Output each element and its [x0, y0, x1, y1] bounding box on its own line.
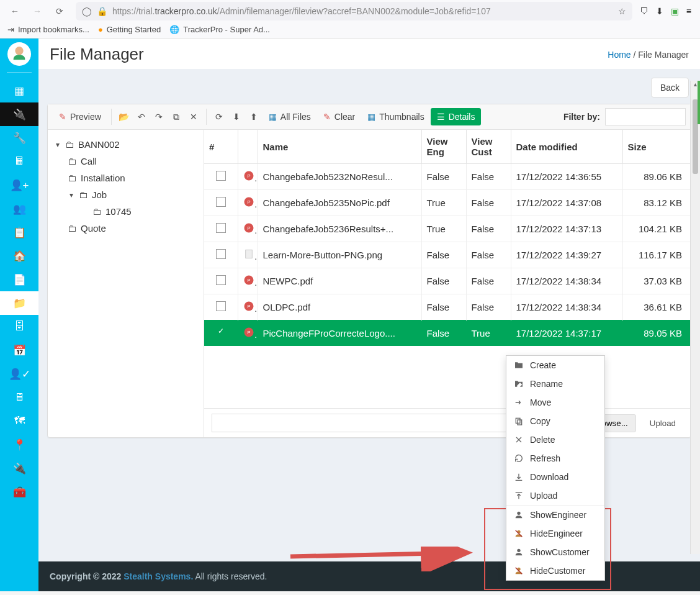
ctx-hideengineer[interactable]: HideEngineer — [506, 524, 604, 543]
nav-map-icon[interactable]: 🗺 — [0, 409, 38, 433]
file-name[interactable]: PicChangeFProCorrecteLogo.... — [258, 320, 421, 347]
refresh-icon[interactable]: ⟳ — [210, 108, 228, 125]
vertical-scrollbar[interactable]: ▴ — [690, 81, 700, 554]
table-row[interactable]: Learn-More-Button-PNG.pngFalseFalse17/12… — [204, 242, 691, 268]
upload-icon[interactable]: ⬆ — [245, 108, 262, 125]
extension-icon[interactable]: ▣ — [671, 6, 679, 16]
nav-clipboard-icon[interactable]: 📋 — [0, 220, 38, 244]
col-viewcust[interactable]: View Cust — [466, 130, 511, 164]
bookmark-trackerpro[interactable]: 🌐TrackerPro - Super Ad... — [169, 25, 270, 34]
nav-reload-icon[interactable]: ⟳ — [51, 2, 68, 20]
tree-call[interactable]: 🗀Call — [52, 153, 200, 170]
col-checkbox[interactable]: # — [204, 130, 238, 164]
new-folder-icon[interactable]: 📂 — [115, 108, 133, 125]
ctx-copy[interactable]: Copy — [506, 412, 604, 430]
row-checkbox[interactable] — [216, 301, 226, 311]
tree-quote[interactable]: 🗀Quote — [52, 220, 200, 237]
tree-job[interactable]: ▾🗀Job — [52, 186, 200, 203]
view-eng-cell: False — [421, 320, 466, 347]
footer-company-link[interactable]: Stealth Systems. — [123, 571, 193, 581]
star-icon[interactable]: ☆ — [618, 6, 626, 16]
delete-icon[interactable]: ✕ — [185, 108, 202, 125]
file-name[interactable]: OLDPC.pdf — [258, 294, 421, 320]
nav-server-icon[interactable]: 🗄 — [0, 315, 38, 338]
nav-folder-icon[interactable]: 📁 — [0, 291, 38, 315]
ctx-move[interactable]: Move — [506, 393, 604, 412]
view-eng-cell: False — [421, 242, 466, 268]
table-row[interactable]: PPicChangeFProCorrecteLogo....FalseTrue1… — [204, 320, 691, 347]
download-icon[interactable]: ⬇ — [656, 6, 663, 16]
nav-plug2-icon[interactable]: 🔌 — [0, 456, 38, 480]
ctx-create[interactable]: Create — [506, 356, 604, 375]
ctx-refresh[interactable]: Refresh — [506, 449, 604, 468]
table-row[interactable]: PChangebafeJob5236Results+...TrueFalse17… — [204, 216, 691, 242]
file-name[interactable]: ChangebafeJob5236Results+... — [258, 216, 421, 242]
row-checkbox[interactable] — [216, 327, 226, 337]
table-row[interactable]: PChangebafeJob5232NoResul...FalseFalse17… — [204, 164, 691, 190]
redo-icon[interactable]: ↷ — [150, 108, 168, 125]
upload-button[interactable]: Upload — [642, 415, 683, 432]
avatar[interactable] — [7, 42, 31, 66]
col-name[interactable]: Name — [258, 130, 421, 164]
ctx-hidecustomer[interactable]: HideCustomer — [506, 561, 604, 580]
nav-home-icon[interactable]: 🏠 — [0, 244, 38, 268]
menu-icon[interactable]: ≡ — [686, 6, 691, 16]
table-row[interactable]: PNEWPC.pdfFalseFalse17/12/2022 14:38:343… — [204, 268, 691, 294]
col-vieweng[interactable]: View Eng — [421, 130, 466, 164]
view-eng-cell: False — [421, 268, 466, 294]
table-row[interactable]: PChangebafeJob5235NoPic.pdfTrueFalse17/1… — [204, 190, 691, 216]
nav-monitor-icon[interactable]: 🖥 — [0, 386, 38, 409]
file-name[interactable]: ChangebafeJob5235NoPic.pdf — [258, 190, 421, 216]
row-checkbox[interactable] — [216, 171, 226, 181]
tree-jobnum[interactable]: 🗀10745 — [52, 203, 200, 220]
allfiles-button[interactable]: ▦All Files — [262, 108, 317, 125]
col-size[interactable]: Size — [622, 130, 691, 164]
nav-wrench-icon[interactable]: 🔧 — [0, 126, 38, 150]
file-name[interactable]: NEWPC.pdf — [258, 268, 421, 294]
nav-dashboard-icon[interactable]: ▦ — [0, 79, 38, 102]
bookmark-import[interactable]: ⇥Import bookmarks... — [7, 25, 89, 34]
clear-button[interactable]: ✎Clear — [317, 108, 361, 125]
breadcrumb-home[interactable]: Home — [608, 50, 630, 60]
row-checkbox[interactable] — [216, 223, 226, 233]
file-name[interactable]: Learn-More-Button-PNG.png — [258, 242, 421, 268]
back-button[interactable]: Back — [651, 78, 689, 98]
row-checkbox[interactable] — [216, 197, 226, 207]
download-icon[interactable]: ⬇ — [228, 108, 245, 125]
row-checkbox[interactable] — [216, 249, 226, 259]
nav-usercheck-icon[interactable]: 👤✓ — [0, 362, 38, 386]
copy-icon[interactable]: ⧉ — [168, 108, 185, 125]
ctx-upload[interactable]: Upload — [506, 486, 604, 505]
nav-user-add-icon[interactable]: 👤+ — [0, 173, 38, 197]
ctx-showcustomer[interactable]: ShowCustomer — [506, 543, 604, 561]
col-date[interactable]: Date modified — [511, 130, 622, 164]
tree-root[interactable]: ▾🗀BANN002 — [52, 136, 200, 153]
date-cell: 17/12/2022 14:38:34 — [511, 268, 622, 294]
filter-input[interactable] — [605, 108, 686, 125]
thumbnails-button[interactable]: ▦Thumbnails — [361, 108, 430, 125]
nav-calendar-icon[interactable]: 📅 — [0, 338, 38, 362]
details-button[interactable]: ☰Details — [431, 108, 482, 125]
file-name[interactable]: ChangebafeJob5232NoResul... — [258, 164, 421, 190]
undo-icon[interactable]: ↶ — [133, 108, 150, 125]
nav-marker-icon[interactable]: 📍 — [0, 433, 38, 456]
nav-toolbox-icon[interactable]: 🧰 — [0, 480, 38, 504]
nav-plug-icon[interactable]: 🔌 — [0, 102, 38, 126]
url-bar[interactable]: ◯ 🔒 https://trial.trackerpro.co.uk/Admin… — [76, 2, 632, 20]
ctx-rename[interactable]: Rename — [506, 375, 604, 393]
pocket-icon[interactable]: ⛉ — [640, 6, 648, 16]
nav-users-icon[interactable]: 👥 — [0, 197, 38, 220]
nav-file-icon[interactable]: 📄 — [0, 268, 38, 291]
view-cust-cell: False — [466, 190, 511, 216]
svg-line-22 — [290, 553, 464, 556]
nav-calculator-icon[interactable]: 🖩 — [0, 150, 38, 173]
ctx-showengineer[interactable]: ShowEngineer — [506, 506, 604, 524]
ctx-download[interactable]: Download — [506, 468, 604, 486]
nav-back-icon[interactable]: ← — [6, 2, 24, 20]
bookmark-getting-started[interactable]: ●Getting Started — [98, 25, 161, 34]
row-checkbox[interactable] — [216, 275, 226, 285]
table-row[interactable]: POLDPC.pdfFalseFalse17/12/2022 14:38:343… — [204, 294, 691, 320]
tree-installation[interactable]: 🗀Installation — [52, 170, 200, 186]
ctx-delete[interactable]: Delete — [506, 430, 604, 449]
preview-button[interactable]: ✎Preview — [53, 108, 107, 125]
